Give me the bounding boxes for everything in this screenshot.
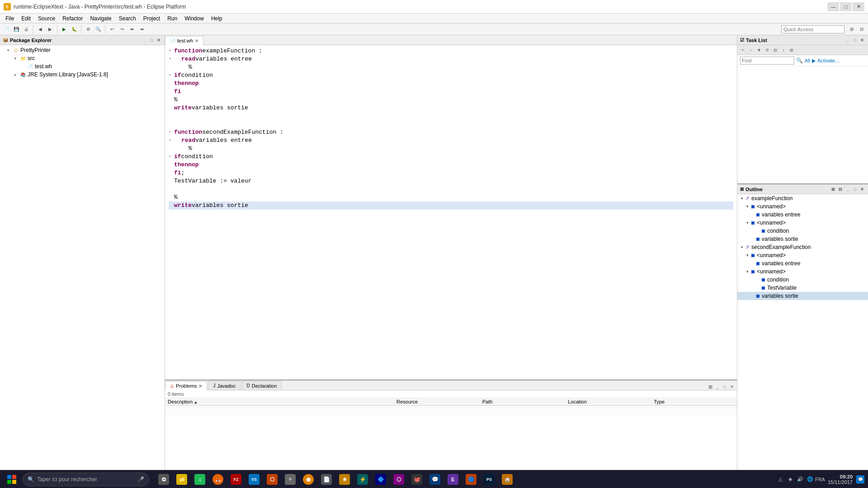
fold-11[interactable]: ▾ (169, 128, 173, 136)
tray-expand-icon[interactable]: △ (776, 475, 784, 483)
bottom-minimize-icon[interactable]: _ (714, 384, 721, 390)
toolbar-save[interactable]: 💾 (12, 25, 21, 34)
toolbar-forward[interactable]: ▶ (46, 25, 55, 34)
outline-maximize-icon[interactable]: □ (852, 186, 858, 192)
task-close-icon[interactable]: ✕ (859, 37, 865, 43)
taskbar-app-filezilla[interactable]: FZ (228, 471, 244, 488)
minimize-button[interactable]: — (827, 2, 839, 11)
outline-item-examplefunction[interactable]: ▾ 𝓕 exampleFunction (737, 194, 868, 202)
col-header-type[interactable]: Type (651, 398, 737, 406)
bottom-panel-btn1[interactable]: ⊞ (707, 384, 713, 390)
outline-item-unnamed-4[interactable]: ▾ ▣ <unnamed> (737, 267, 868, 276)
toolbar-debug[interactable]: 🐛 (70, 25, 79, 34)
outline-item-unnamed-3[interactable]: ▾ ▣ <unnamed> (737, 251, 868, 259)
outline-btn1[interactable]: ⊞ (830, 186, 836, 192)
system-clock[interactable]: 09:20 15/11/2017 (828, 474, 853, 485)
taskbar-app-calc[interactable]: = (282, 471, 298, 488)
fold-2[interactable]: ▾ (169, 55, 173, 63)
fold-4[interactable]: ▾ (169, 71, 173, 80)
tray-network-icon[interactable]: 🌐 (806, 475, 814, 483)
taskbar-search-bar[interactable]: 🔍 Taper ici pour rechercher 🎤 (23, 473, 149, 486)
tree-item-src[interactable]: ▾ 📁 src (0, 54, 165, 62)
tree-item-testwh[interactable]: 📄 test.wh (0, 62, 165, 70)
taskbar-app-ps[interactable]: PS (481, 471, 497, 488)
toolbar-nav-prev[interactable]: ⬅ (127, 25, 137, 34)
task-link-all[interactable]: All (805, 58, 810, 64)
tray-volume-icon[interactable]: 🔊 (796, 475, 804, 483)
task-minimize-icon[interactable]: _ (844, 37, 851, 43)
taskbar-app-fileexplorer[interactable]: 📁 (174, 471, 190, 488)
menu-file[interactable]: File (2, 14, 18, 23)
outline-item-unnamed-1[interactable]: ▾ ▣ <unnamed> (737, 202, 868, 211)
menu-source[interactable]: Source (34, 14, 59, 23)
taskbar-app-firefox[interactable]: 🦊 (210, 471, 226, 488)
task-maximize-icon[interactable]: □ (852, 37, 858, 43)
toolbar-print[interactable]: 🖨 (22, 25, 31, 34)
task-find-input[interactable] (740, 56, 794, 65)
bottom-maximize-icon[interactable]: □ (722, 384, 728, 390)
outline-item-condition-2[interactable]: ▣ condition (737, 276, 868, 284)
toolbar-search[interactable]: 🔍 (94, 25, 103, 34)
menu-edit[interactable]: Edit (18, 14, 34, 23)
task-link-arrow[interactable]: ▶ (812, 58, 816, 64)
toolbar-perspective[interactable]: ⊞ (847, 25, 856, 34)
tab-problems-close[interactable]: ✕ (198, 384, 202, 389)
tab-close-icon[interactable]: ✕ (195, 38, 198, 43)
toolbar-new[interactable]: 📄 (2, 25, 11, 34)
toolbar-redo[interactable]: ↪ (118, 25, 127, 34)
menu-search[interactable]: Search (115, 14, 140, 23)
taskbar-app-spotify[interactable]: ♫ (192, 471, 208, 488)
toolbar-run[interactable]: ▶ (60, 25, 69, 34)
col-header-location[interactable]: Location (566, 398, 651, 406)
tab-javadoc[interactable]: J Javadoc (208, 381, 241, 390)
taskbar-app-misc1[interactable]: ⬡ (264, 471, 280, 488)
start-button[interactable] (4, 471, 20, 488)
taskbar-app-misc5[interactable]: ⬡ (391, 471, 407, 488)
outline-item-vars-entree-2[interactable]: ▣ variables entree (737, 259, 868, 267)
close-button[interactable]: ✕ (853, 2, 864, 11)
maximize-button[interactable]: □ (840, 2, 852, 11)
menu-refactor[interactable]: Refactor (59, 14, 86, 23)
taskbar-app-misc4[interactable]: 🔷 (373, 471, 389, 488)
tree-item-jre[interactable]: ▸ 📚 JRE System Library [JavaSE-1.8] (0, 70, 165, 79)
task-view-btn[interactable]: ⊞ (788, 47, 795, 54)
taskbar-app-github[interactable]: 🐙 (409, 471, 425, 488)
task-add-btn[interactable]: + (739, 47, 746, 54)
taskbar-app-chrome[interactable]: ◉ (300, 471, 316, 488)
toolbar-settings[interactable]: ⚙ (84, 25, 93, 34)
taskbar-app-misc2[interactable]: ★ (336, 471, 353, 488)
notification-center-icon[interactable]: 💬 (856, 475, 864, 483)
task-filter-btn[interactable]: ▼ (755, 47, 763, 54)
task-link-activate[interactable]: Activate... (817, 58, 839, 64)
taskbar-app-vscode[interactable]: VS (246, 471, 262, 488)
menu-project[interactable]: Project (140, 14, 164, 23)
toolbar-nav-next[interactable]: ➡ (137, 25, 146, 34)
toolbar-views[interactable]: ⊟ (857, 25, 866, 34)
taskbar-app-misc7[interactable]: 🏠 (499, 471, 515, 488)
outline-item-secondexamplefunction[interactable]: ▾ 𝓕 secondExampleFunction (737, 243, 868, 251)
taskbar-app-notepad[interactable]: 📄 (318, 471, 335, 488)
close-view-icon[interactable]: ✕ (156, 37, 162, 43)
fold-12[interactable]: ▾ (169, 136, 173, 145)
menu-run[interactable]: Run (164, 14, 181, 23)
menu-help[interactable]: Help (208, 14, 226, 23)
col-header-description[interactable]: Description ▲ (165, 398, 394, 406)
task-collapse-btn[interactable]: ⊟ (772, 47, 779, 54)
toolbar-undo[interactable]: ↩ (108, 25, 117, 34)
taskbar-app-taskview[interactable]: ⧉ (156, 471, 172, 488)
window-controls[interactable]: — □ ✕ (827, 2, 864, 11)
editor-tab-testwh[interactable]: 📄 test.wh ✕ (165, 36, 203, 45)
quick-access-input[interactable] (781, 25, 844, 33)
tab-declaration[interactable]: D Declaration (241, 381, 282, 390)
tree-item-prettyprinter[interactable]: ▾ ⬡ PrettyPrinter (0, 46, 165, 54)
task-remove-btn[interactable]: − (747, 47, 755, 54)
task-refresh-btn[interactable]: ↺ (764, 47, 771, 54)
menu-window[interactable]: Window (181, 14, 208, 23)
toolbar-back[interactable]: ◀ (36, 25, 45, 34)
outline-item-vars-sortie-2[interactable]: ▣ variables sortie (737, 292, 868, 300)
menu-navigate[interactable]: Navigate (86, 14, 115, 23)
col-header-resource[interactable]: Resource (394, 398, 480, 406)
minimize-view-icon[interactable]: _ (141, 37, 147, 43)
col-header-path[interactable]: Path (480, 398, 566, 406)
task-sort-btn[interactable]: ↕ (780, 47, 787, 54)
